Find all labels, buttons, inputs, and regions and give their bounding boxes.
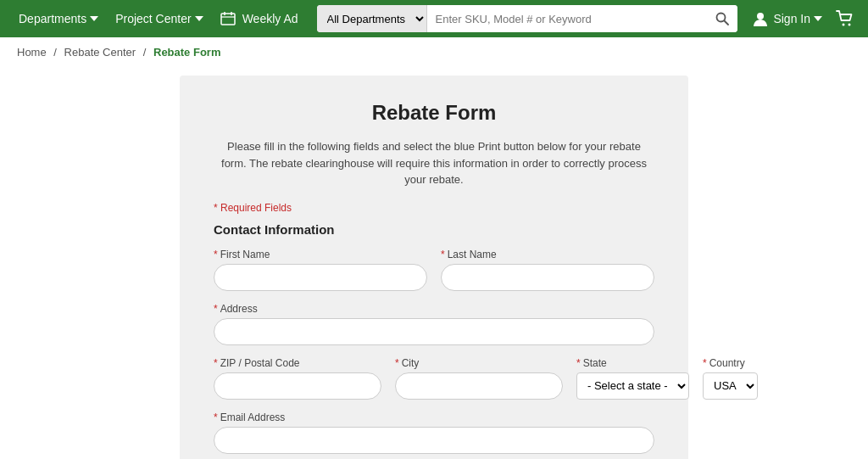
- city-required-star: *: [395, 357, 399, 369]
- required-fields-note: * Required Fields: [214, 202, 654, 214]
- first-name-group: *First Name: [214, 249, 427, 291]
- departments-nav[interactable]: Departments: [14, 12, 103, 25]
- address-row: *Address: [214, 303, 654, 345]
- breadcrumb-separator-2: /: [143, 46, 147, 59]
- contact-info-heading: Contact Information: [214, 222, 654, 237]
- weekly-ad-icon: [220, 11, 236, 26]
- name-row: *First Name *Last Name: [214, 249, 654, 291]
- breadcrumb-separator-1: /: [53, 46, 57, 59]
- form-description: Please fill in the following fields and …: [214, 138, 654, 188]
- last-name-required-star: *: [441, 249, 445, 260]
- state-group: *State - Select a state -: [576, 357, 689, 400]
- city-group: *City: [395, 357, 563, 400]
- svg-point-6: [757, 13, 764, 20]
- country-label: *Country: [703, 357, 758, 369]
- breadcrumb-current: Rebate Form: [153, 46, 220, 59]
- departments-label: Departments: [19, 12, 86, 25]
- zip-required-star: *: [214, 357, 218, 369]
- svg-rect-0: [221, 14, 235, 25]
- department-select[interactable]: All Departments: [317, 5, 427, 32]
- zip-label: *ZIP / Postal Code: [214, 357, 381, 369]
- cart-area[interactable]: [836, 9, 854, 28]
- signin-chevron-icon: [814, 16, 822, 21]
- state-label: *State: [576, 357, 689, 369]
- zip-city-state-country-row: *ZIP / Postal Code *City *State - Select…: [214, 357, 654, 400]
- search-input[interactable]: [427, 5, 708, 32]
- departments-chevron-icon: [90, 16, 98, 21]
- last-name-input[interactable]: [441, 264, 654, 291]
- country-group: *Country USA: [703, 357, 758, 400]
- search-icon: [715, 12, 729, 25]
- first-name-label: *First Name: [214, 249, 427, 260]
- country-required-star: *: [703, 357, 707, 369]
- address-input[interactable]: [214, 318, 654, 345]
- project-center-nav[interactable]: Project Center: [110, 12, 208, 25]
- user-icon: [751, 9, 770, 28]
- email-input[interactable]: [214, 427, 654, 454]
- weekly-ad-label: Weekly Ad: [242, 12, 298, 25]
- weekly-ad-nav[interactable]: Weekly Ad: [215, 11, 303, 26]
- project-center-chevron-icon: [195, 16, 203, 21]
- sign-in-label: Sign In: [773, 12, 810, 25]
- breadcrumb-rebate-center[interactable]: Rebate Center: [64, 46, 136, 59]
- first-name-required-star: *: [214, 249, 218, 260]
- address-required-star: *: [214, 303, 218, 315]
- breadcrumb: Home / Rebate Center / Rebate Form: [0, 37, 868, 67]
- city-input[interactable]: [395, 372, 563, 400]
- last-name-label: *Last Name: [441, 249, 654, 260]
- zip-group: *ZIP / Postal Code: [214, 357, 381, 400]
- breadcrumb-home[interactable]: Home: [17, 46, 47, 59]
- search-button[interactable]: [707, 5, 737, 32]
- email-row: *Email Address: [214, 411, 654, 454]
- rebate-form-container: Rebate Form Please fill in the following…: [180, 76, 688, 459]
- svg-point-7: [843, 24, 845, 26]
- address-group: *Address: [214, 303, 654, 345]
- search-bar: All Departments: [317, 5, 738, 32]
- email-group: *Email Address: [214, 411, 654, 454]
- state-required-star: *: [576, 357, 581, 369]
- country-select[interactable]: USA: [703, 372, 758, 400]
- sign-in-area[interactable]: Sign In: [751, 9, 822, 28]
- form-title: Rebate Form: [214, 101, 654, 125]
- state-select[interactable]: - Select a state -: [576, 372, 689, 400]
- last-name-group: *Last Name: [441, 249, 654, 291]
- email-label: *Email Address: [214, 411, 654, 423]
- header: Departments Project Center Weekly Ad All…: [0, 0, 868, 37]
- zip-input[interactable]: [214, 372, 381, 400]
- svg-line-5: [725, 21, 729, 25]
- project-center-label: Project Center: [115, 12, 191, 25]
- main-content: Rebate Form Please fill in the following…: [0, 67, 868, 459]
- email-required-star: *: [214, 411, 218, 423]
- cart-icon: [836, 9, 854, 28]
- city-label: *City: [395, 357, 563, 369]
- svg-point-8: [849, 24, 851, 26]
- address-label: *Address: [214, 303, 654, 315]
- first-name-input[interactable]: [214, 264, 427, 291]
